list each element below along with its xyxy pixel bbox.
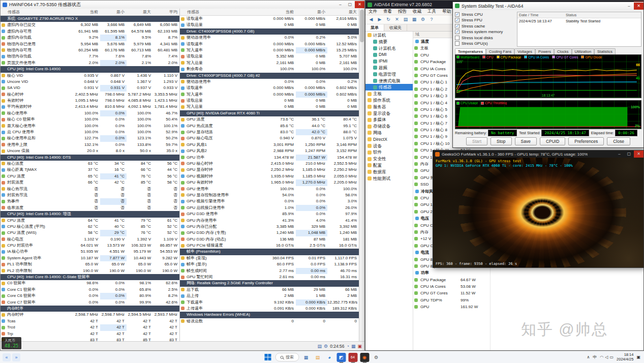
volume-icon[interactable]: ◁ [605, 355, 608, 359]
grid-icon[interactable]: ▦ [351, 344, 356, 349]
pane-tab-收藏夹[interactable]: 收藏夹 [384, 24, 407, 31]
tab-Temperatures[interactable]: Temperatures [455, 48, 486, 54]
tree-item-设备[interactable]: 设备 [365, 143, 413, 149]
preferences-button[interactable]: Preferences [568, 137, 604, 145]
tree-item-传感器[interactable]: 传感器 [365, 84, 413, 90]
hwinfo-icon[interactable]: ◩ [336, 353, 346, 362]
maximize-icon[interactable]: ▢ [345, 1, 355, 8]
tree-item-存储设备[interactable]: 存储设备 [365, 123, 413, 130]
aida64-icon[interactable]: 64 [348, 353, 357, 362]
checkbox-icon[interactable]: ✓ [455, 24, 459, 28]
menu-item-帮助[interactable]: 帮助 [439, 9, 454, 15]
legend-CPU GT Cores[interactable]: CPU GT Cores [552, 55, 578, 59]
forward-icon[interactable]: ▶ [376, 16, 384, 23]
save-button[interactable]: Save [515, 137, 537, 145]
sensor-row[interactable]: 物理内存已使用5,954 MB5,676 MB5,979 MB4,341 MB [1, 41, 179, 47]
sensor-row[interactable]: 帧率 (显示)60.0 FPS0.0 FPS1,138.9 FPS [180, 261, 359, 267]
sensor-row[interactable]: CPU 核心温度 (平均)62 °C40 °C85 °C52 °C [1, 224, 179, 230]
sensor-row[interactable]: 读取速率0.000 MB/s0.000 MB/s12.52 MB/s [180, 41, 359, 47]
stop-icon[interactable]: ▣ [357, 344, 362, 349]
sensor-row[interactable]: 读取速率0.000 MB/s0.000 MB/s2,616 MB/s [180, 16, 359, 22]
sensor-row[interactable]: 写入总量0 MB0 MB0 MB [180, 104, 359, 110]
sensor-row[interactable]: 内存时钟2,598.7 MHz2,598.7 MHz2,594.5 MHz2,5… [1, 312, 179, 318]
sensor-row[interactable]: GPU 有效时钟1,965.0 MHz1,270.0 MHz2,205.0 MH… [180, 179, 359, 186]
cpuid-button[interactable]: CPUID [540, 137, 565, 145]
sensor-row[interactable]: 核心使用率100.0%0.0%100.0%46.7% [1, 110, 179, 116]
checkbox-icon[interactable]: ✓ [455, 18, 459, 22]
sensor-row[interactable]: GPU 显存控制器使用率54.0%0.0%58.0% [180, 192, 359, 198]
sensor-row[interactable]: 核心时钟2,402.5 MHz798.0 MHz5,787.2 MHz3,353… [1, 92, 179, 98]
sensor-row[interactable]: 虚拟内存已提交6,302 MB3,666 MB6,649 MB6,050 MB [1, 22, 179, 28]
stop-button[interactable]: Stop [490, 137, 512, 145]
sensor-row[interactable]: 页面文件使用率2.0%2.0%2.1%2.0% [1, 60, 179, 66]
minimize-icon[interactable]: – [335, 1, 345, 8]
sensor-row[interactable]: 封装热节流否否否否 [1, 192, 179, 198]
sensor-row[interactable]: GPU 显存时钟2,250.2 MHz1,185.0 MHz2,250.2 MH… [180, 167, 359, 173]
sensor-row[interactable]: 读取总量5,352 MB0 MB5,707 MB [180, 53, 359, 59]
sensor-row[interactable]: C0 驻留率98.6%0.0%98.1%62.6% [1, 280, 179, 286]
tree-item-计算机[interactable]: 计算机 [365, 32, 413, 39]
stress-option-Stress local disks[interactable]: Stress local disks [455, 35, 515, 41]
sensor-row[interactable]: PL1 功率限制65.0 W65.0 W65.0 W65.0 W [1, 261, 179, 267]
sensor-row[interactable]: PL2 功率限制190.0 W190.0 W190.0 W190.0 W [1, 268, 179, 274]
back-icon[interactable]: ◀ [367, 16, 375, 23]
stress-option-Stress cache[interactable]: ✓Stress cache [455, 23, 515, 29]
hwinfo-titlebar[interactable]: HWiNFO64 v7.70-5350 传感器状态 – ▢ ✕ [1, 1, 364, 9]
sensor-row[interactable]: GPU D3D 内存 (动态)136 MB87 MB181 MB [180, 236, 359, 243]
menu-item-工具[interactable]: 工具 [424, 9, 439, 15]
sensor-row[interactable]: GPU 总线接口使用率1.0%0.0%26.0% [180, 205, 359, 211]
tab-Powers[interactable]: Powers [535, 48, 554, 54]
aida-sensor-row[interactable]: CPU GT Cores11.52 W [413, 290, 490, 296]
sensor-row[interactable]: GPU 核心电压0.940 V0.870 V1.075 V [180, 135, 359, 141]
sensor-row[interactable]: GPU 使用率100.0%0.0%100.0% [180, 186, 359, 192]
sensor-row[interactable]: 驱动器使用率0.0%0.2%5.0% [180, 35, 359, 41]
minimize-icon[interactable]: – [615, 150, 624, 158]
sensor-row[interactable]: 核心温度63 °C34 °C84 °C56 °C [1, 161, 179, 167]
sensor-row[interactable]: 驱动器使用率0.0%0.0%0.2% [180, 79, 359, 85]
sensor-row[interactable]: 读取总量0 MB0 MB0 MB [180, 22, 359, 28]
legend-Motherboard[interactable]: Motherboard [456, 55, 479, 59]
sensor-row[interactable]: 写入速率0.000 MB/s0.000 MB/s0.602 MB/s [180, 92, 359, 98]
sensor-row[interactable]: 虚拟内存负载9.2%8.1%9.5%8.7% [1, 35, 179, 41]
sensor-row[interactable]: GPU D3D 内存 (专用)1,240 MB1,048 MB1,240 MB [180, 230, 359, 236]
sensor-row[interactable]: GPU 热点温度85.6 °C44.0 °C95.1 °C [180, 123, 359, 129]
legend-CPU[interactable]: CPU [482, 55, 494, 59]
tree-item-多媒体[interactable]: 多媒体 [365, 116, 413, 123]
checkbox-icon[interactable]: ✓ [455, 29, 459, 34]
sensor-row[interactable]: GPU 内存使用率41.3%4.0%41.4% [180, 218, 359, 224]
sensor-row[interactable]: 帧生成时间2.77 ms0.00 ms46.70 ms [180, 268, 359, 274]
tray-chevron-icon[interactable]: ∧ [587, 355, 590, 359]
sensor-row[interactable]: CPU 封装功率64.021 W13.573 W106.323 W86.857 … [1, 243, 179, 249]
settings-icon[interactable]: ⚙ [419, 16, 427, 23]
sensor-row[interactable]: 总上传2 MB1 MB2 MB [180, 293, 359, 299]
legend-CPU Usage[interactable]: CPU Usage [456, 101, 478, 105]
close-icon[interactable]: ✕ [634, 150, 643, 158]
minimize-icon[interactable]: – [624, 3, 634, 10]
stop-icon[interactable]: ✕ [393, 16, 401, 23]
aida-sensor-row[interactable]: CPU Package64.67 W [413, 277, 490, 283]
tree-item-显示设备[interactable]: 显示设备 [365, 110, 413, 117]
maximize-icon[interactable]: ▢ [624, 150, 634, 158]
sensor-row[interactable]: Core C7 驻留率0.0%0.0%99.9%42.6% [1, 299, 179, 306]
tray-clock[interactable]: 18:14 2024/4/25 [617, 353, 633, 361]
sensor-row[interactable]: 有效时钟1,095.1 MHz798.0 MHz4,085.8 MHz1,423… [1, 98, 179, 104]
stress-option-Stress GPU(s)[interactable]: Stress GPU(s) [455, 41, 515, 47]
sensor-row[interactable]: 核心热节流否否否否 [1, 186, 179, 192]
refresh-icon[interactable]: ↻ [384, 16, 392, 23]
sensor-row[interactable]: Tcas42 T42 T42 T42 T [1, 318, 179, 324]
help-icon[interactable]: ? [427, 16, 436, 23]
battery-icon[interactable]: ▭ [610, 355, 614, 359]
menu-item-查看[interactable]: 查看 [380, 9, 395, 15]
sensor-row[interactable]: 虚拟内存可用61,941 MB61,595 MB64,578 MB62,193 … [1, 28, 179, 35]
scrollbar-thumb[interactable] [360, 10, 364, 42]
sensor-row[interactable]: 剩余寿命100.0%100.0%100.0% [180, 66, 359, 72]
tree-item-操作系统[interactable]: 操作系统 [365, 97, 413, 104]
sensor-row[interactable]: GPU 显存结温83.0 °C42.0 °C88.0 °C [180, 129, 359, 135]
ime-indicator[interactable]: 中 [593, 354, 597, 360]
sensor-row[interactable]: GPU 内存已分配3,385 MB329 MB3,392 MB [180, 224, 359, 230]
tab-Clocks[interactable]: Clocks [554, 48, 572, 54]
sensor-row[interactable]: 下载速率9.192 KB/s0.000 KB/s12,352.775 KB/s [180, 299, 359, 306]
file-explorer-icon[interactable]: ▤ [313, 353, 322, 362]
tab-Statistics[interactable]: Statistics [594, 48, 616, 54]
menu-item-文件[interactable]: 文件 [365, 9, 380, 15]
